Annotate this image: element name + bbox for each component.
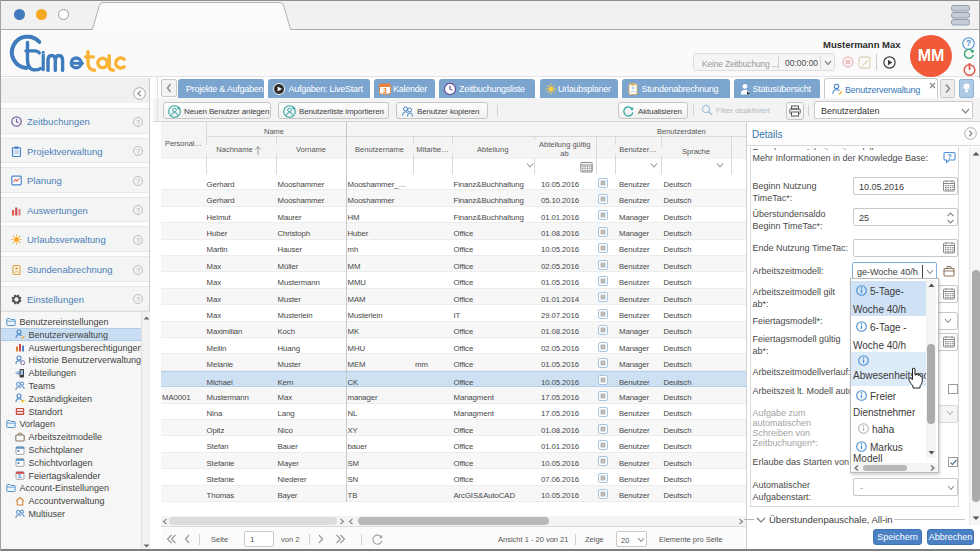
- svg-text:3.: 3.: [18, 473, 23, 479]
- svg-text:?: ?: [947, 152, 952, 161]
- svg-text:?: ?: [966, 38, 971, 48]
- svg-text:3: 3: [383, 86, 387, 93]
